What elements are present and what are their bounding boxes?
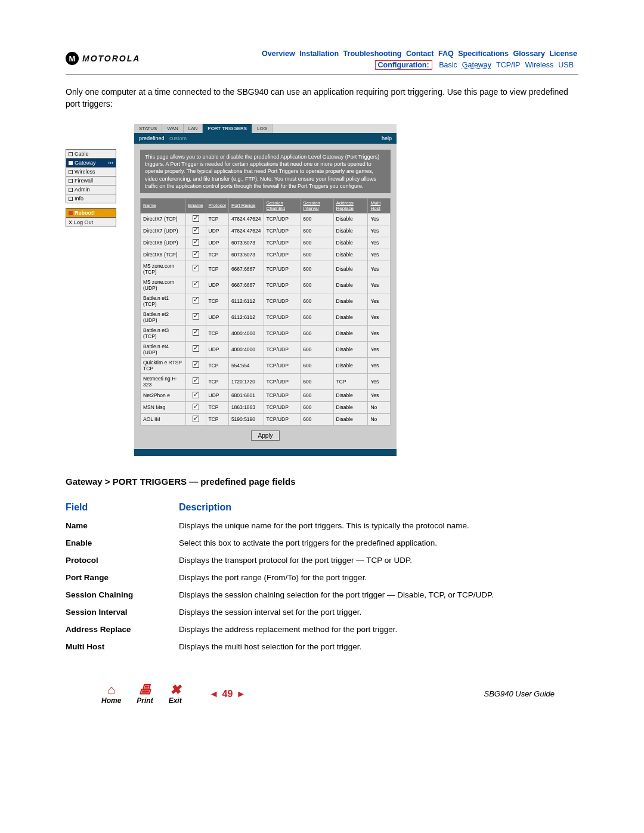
cell: 600: [301, 341, 333, 357]
help-link[interactable]: help: [382, 135, 392, 141]
enable-checkbox[interactable]: [193, 239, 199, 246]
page-number: 49: [222, 689, 233, 699]
conf-link[interactable]: Basic: [436, 61, 460, 69]
cell: Battle.n et1 (TCP): [141, 293, 186, 309]
cell: [185, 249, 206, 261]
enable-checkbox[interactable]: [193, 329, 199, 336]
cell: TCP: [206, 357, 228, 373]
top-link[interactable]: License: [548, 49, 578, 58]
panel-tab[interactable]: WAN: [162, 124, 183, 133]
exit-button[interactable]: ✖ Exit: [169, 683, 182, 705]
cell: Yes: [368, 325, 391, 341]
sidebar-item[interactable]: Firewall: [66, 176, 116, 185]
print-label: Print: [137, 696, 153, 705]
cell: Yes: [368, 249, 391, 261]
print-button[interactable]: 🖶 Print: [137, 683, 153, 705]
subtab-custom[interactable]: custom: [169, 135, 187, 141]
panel-tab[interactable]: PORT TRIGGERS: [203, 124, 252, 133]
reboot-label: Reboot!: [75, 210, 95, 216]
cell: TCP: [206, 401, 228, 413]
cell: TCP/UDP: [264, 401, 301, 413]
panel-tab[interactable]: LOG: [252, 124, 273, 133]
enable-checkbox[interactable]: [193, 345, 199, 352]
cell: Battle.n et3 (TCP): [141, 325, 186, 341]
enable-checkbox[interactable]: [193, 281, 199, 287]
cell: Disable: [333, 225, 368, 237]
column-header: Address Replace: [333, 198, 368, 213]
enable-checkbox[interactable]: [193, 265, 199, 271]
cell: TCP: [206, 249, 228, 261]
enable-checkbox[interactable]: [193, 392, 199, 398]
conf-link[interactable]: TCP/IP: [494, 61, 522, 69]
conf-link[interactable]: USB: [556, 61, 576, 69]
table-row: MS zone.com (TCP)TCP6667:6667TCP/UDP600D…: [141, 261, 391, 277]
top-link[interactable]: Installation: [298, 49, 340, 58]
reboot-button[interactable]: Reboot!: [66, 208, 116, 218]
sidebar-item[interactable]: Admin: [66, 185, 116, 194]
field-description: Displays the unique name for the port tr…: [179, 521, 578, 530]
top-link[interactable]: Overview: [261, 49, 296, 58]
enable-checkbox[interactable]: [193, 297, 199, 304]
sidebar-item-label: Info: [75, 196, 83, 202]
brand-logo: M MOTOROLA: [66, 52, 140, 65]
cell: Disable: [333, 277, 368, 293]
enable-checkbox[interactable]: [193, 404, 199, 410]
top-link[interactable]: Troubleshooting: [342, 49, 403, 58]
square-icon: [69, 170, 73, 174]
conf-link[interactable]: Gateway: [460, 61, 494, 69]
top-link[interactable]: Glossary: [512, 49, 546, 58]
prev-page-arrow-icon[interactable]: ◄: [209, 689, 219, 699]
table-row: Net2Phon eUDP6801:6801TCP/UDP600DisableY…: [141, 389, 391, 401]
cell: 600: [301, 237, 333, 249]
cell: TCP: [206, 373, 228, 389]
enable-checkbox[interactable]: [193, 416, 199, 422]
sidebar-item[interactable]: Wireless: [66, 168, 116, 176]
port-triggers-table: NameEnableProtocolPort RangeSession Chai…: [140, 198, 391, 426]
cell: Battle.n et4 (UDP): [141, 341, 186, 357]
cell: UDP: [206, 237, 228, 249]
enable-checkbox[interactable]: [193, 313, 199, 320]
enable-checkbox[interactable]: [193, 227, 199, 234]
top-link[interactable]: Contact: [405, 49, 435, 58]
field-description: Displays the session chaining selection …: [179, 590, 578, 599]
cell: Yes: [368, 261, 391, 277]
cell: 600: [301, 389, 333, 401]
cell: TCP/UDP: [264, 237, 301, 249]
cell: TCP: [206, 261, 228, 277]
conf-link[interactable]: Wireless: [522, 61, 556, 69]
sidebar-item[interactable]: Gateway›››: [66, 159, 116, 168]
cell: [185, 373, 206, 389]
enable-checkbox[interactable]: [193, 215, 199, 222]
cell: UDP: [206, 309, 228, 325]
cell: No: [368, 413, 391, 425]
cell: Battle.n et2 (UDP): [141, 309, 186, 325]
field-row: NameDisplays the unique name for the por…: [66, 521, 578, 530]
panel-tab[interactable]: STATUS: [134, 124, 162, 133]
top-link[interactable]: FAQ: [437, 49, 455, 58]
panel-tab[interactable]: LAN: [184, 124, 203, 133]
home-button[interactable]: ⌂ Home: [101, 683, 121, 705]
next-page-arrow-icon[interactable]: ►: [236, 689, 246, 699]
cell: [185, 213, 206, 225]
logout-button[interactable]: X Log Out: [66, 218, 116, 227]
field-name: Name: [66, 521, 179, 530]
apply-button[interactable]: Apply: [251, 431, 279, 441]
enable-checkbox[interactable]: [193, 361, 199, 368]
sidebar-item[interactable]: Cable: [66, 149, 116, 159]
cell: 600: [301, 401, 333, 413]
cell: 1720:1720: [228, 373, 264, 389]
top-link[interactable]: Specifications: [457, 49, 510, 58]
cell: [185, 401, 206, 413]
sidebar-item[interactable]: Info: [66, 194, 116, 203]
port-triggers-panel: STATUSWANLANPORT TRIGGERSLOG predefined …: [134, 124, 397, 456]
cell: 6073:6073: [228, 237, 264, 249]
square-icon: [69, 152, 73, 156]
divider: [66, 74, 578, 75]
enable-checkbox[interactable]: [193, 251, 199, 258]
enable-checkbox[interactable]: [193, 377, 199, 384]
field-row: Address ReplaceDisplays the address repl…: [66, 625, 578, 634]
subtab-predefined[interactable]: predefined: [139, 135, 165, 141]
configuration-row: Configuration: BasicGatewayTCP/IPWireles…: [146, 61, 578, 69]
cell: Yes: [368, 213, 391, 225]
field-name: Multi Host: [66, 642, 179, 651]
